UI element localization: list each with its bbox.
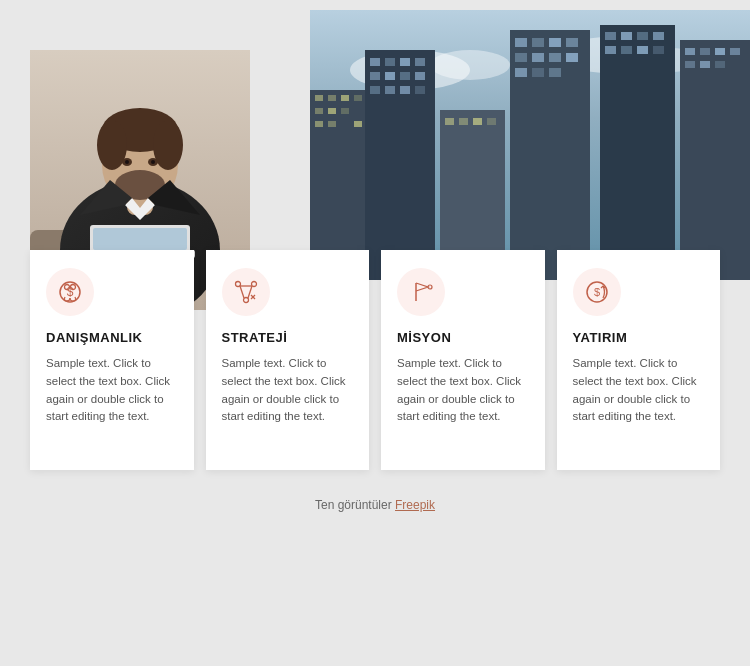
card-misyon[interactable]: MİSYON Sample text. Click to select the … xyxy=(381,250,545,470)
svg-rect-50 xyxy=(680,40,750,280)
svg-rect-14 xyxy=(328,121,336,127)
svg-rect-48 xyxy=(637,46,648,54)
card-title-yatirim: YATIRIM xyxy=(573,330,705,345)
svg-rect-59 xyxy=(445,118,454,125)
svg-rect-40 xyxy=(549,68,561,77)
svg-rect-54 xyxy=(730,48,740,55)
svg-rect-33 xyxy=(566,38,578,47)
svg-rect-41 xyxy=(600,25,675,280)
cards-section: $ DANIŞMANLIK Sample text. Click to sele… xyxy=(0,250,750,490)
svg-rect-44 xyxy=(637,32,648,40)
svg-rect-27 xyxy=(400,86,410,94)
page-wrapper: $ DANIŞMANLIK Sample text. Click to sele… xyxy=(0,0,750,666)
card-icon-misyon xyxy=(397,268,445,316)
svg-rect-21 xyxy=(370,72,380,80)
svg-rect-49 xyxy=(653,46,664,54)
card-text-danismanlik: Sample text. Click to select the text bo… xyxy=(46,355,178,426)
svg-rect-56 xyxy=(700,61,710,68)
card-strateji[interactable]: STRATEJİ Sample text. Click to select th… xyxy=(206,250,370,470)
svg-point-90 xyxy=(243,298,248,303)
svg-point-2 xyxy=(430,50,510,80)
svg-point-82 xyxy=(125,160,129,164)
svg-rect-7 xyxy=(328,95,336,101)
svg-rect-43 xyxy=(621,32,632,40)
svg-rect-57 xyxy=(715,61,725,68)
svg-rect-13 xyxy=(315,121,323,127)
svg-rect-47 xyxy=(621,46,632,54)
svg-rect-42 xyxy=(605,32,616,40)
svg-line-92 xyxy=(240,286,244,298)
svg-point-88 xyxy=(235,282,240,287)
svg-rect-30 xyxy=(515,38,527,47)
svg-rect-9 xyxy=(354,95,362,101)
svg-rect-29 xyxy=(510,30,590,280)
svg-rect-51 xyxy=(685,48,695,55)
svg-rect-18 xyxy=(385,58,395,66)
svg-rect-31 xyxy=(532,38,544,47)
card-icon-strateji xyxy=(222,268,270,316)
city-image xyxy=(310,10,750,280)
card-title-misyon: MİSYON xyxy=(397,330,529,345)
svg-rect-19 xyxy=(400,58,410,66)
svg-rect-37 xyxy=(566,53,578,62)
svg-rect-52 xyxy=(700,48,710,55)
svg-rect-38 xyxy=(515,68,527,77)
svg-rect-6 xyxy=(315,95,323,101)
svg-rect-45 xyxy=(653,32,664,40)
footer: Ten görüntüler Freepik xyxy=(0,490,750,524)
card-icon-yatirim: $ xyxy=(573,268,621,316)
svg-rect-55 xyxy=(685,61,695,68)
svg-rect-20 xyxy=(415,58,425,66)
svg-rect-15 xyxy=(354,121,362,127)
svg-text:$: $ xyxy=(593,286,599,298)
svg-rect-17 xyxy=(370,58,380,66)
svg-rect-24 xyxy=(415,72,425,80)
svg-rect-11 xyxy=(328,108,336,114)
card-icon-danismanlik: $ xyxy=(46,268,94,316)
svg-rect-61 xyxy=(473,118,482,125)
svg-rect-36 xyxy=(549,53,561,62)
footer-link[interactable]: Freepik xyxy=(395,498,435,512)
svg-rect-12 xyxy=(341,108,349,114)
card-title-danismanlik: DANIŞMANLIK xyxy=(46,330,178,345)
footer-prefix: Ten görüntüler xyxy=(315,498,395,512)
svg-rect-25 xyxy=(370,86,380,94)
svg-rect-23 xyxy=(400,72,410,80)
card-text-yatirim: Sample text. Click to select the text bo… xyxy=(573,355,705,426)
card-yatirim[interactable]: $ YATIRIM Sample text. Click to select t… xyxy=(557,250,721,470)
svg-rect-32 xyxy=(549,38,561,47)
svg-rect-39 xyxy=(532,68,544,77)
svg-rect-16 xyxy=(365,50,435,280)
svg-rect-62 xyxy=(487,118,496,125)
svg-point-89 xyxy=(251,282,256,287)
svg-rect-35 xyxy=(532,53,544,62)
card-text-misyon: Sample text. Click to select the text bo… xyxy=(397,355,529,426)
svg-point-83 xyxy=(151,160,155,164)
svg-rect-22 xyxy=(385,72,395,80)
svg-rect-53 xyxy=(715,48,725,55)
card-text-strateji: Sample text. Click to select the text bo… xyxy=(222,355,354,426)
svg-rect-77 xyxy=(93,228,187,250)
svg-rect-8 xyxy=(341,95,349,101)
svg-rect-10 xyxy=(315,108,323,114)
card-title-strateji: STRATEJİ xyxy=(222,330,354,345)
svg-rect-28 xyxy=(415,86,425,94)
svg-rect-26 xyxy=(385,86,395,94)
svg-rect-46 xyxy=(605,46,616,54)
svg-rect-34 xyxy=(515,53,527,62)
svg-rect-60 xyxy=(459,118,468,125)
card-danismanlik[interactable]: $ DANIŞMANLIK Sample text. Click to sele… xyxy=(30,250,194,470)
